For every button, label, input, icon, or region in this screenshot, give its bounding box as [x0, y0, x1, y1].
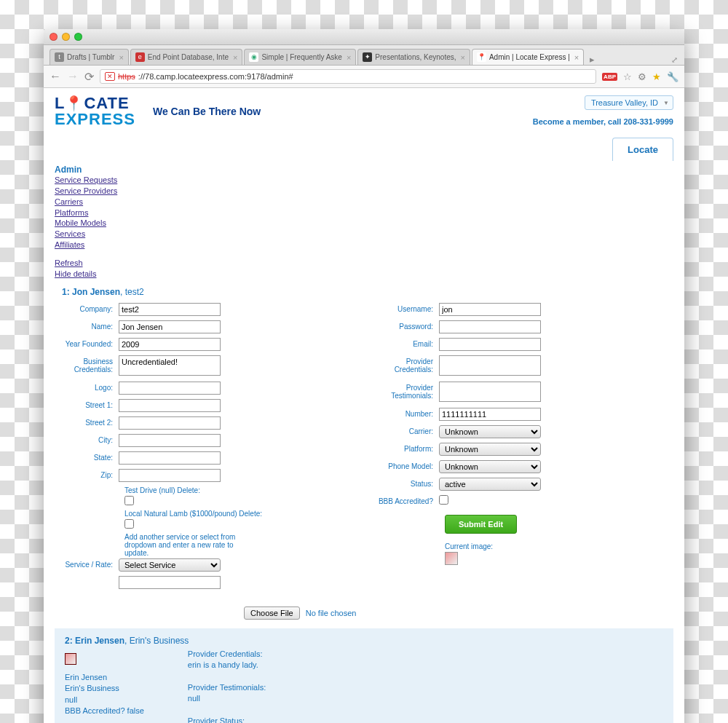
platform-select[interactable]: Unknown: [439, 443, 541, 456]
password-label: Password:: [372, 320, 439, 331]
close-icon[interactable]: ×: [233, 53, 237, 62]
bookmark-icon[interactable]: ☆: [623, 71, 632, 82]
record-2-block: 2: Erin Jensen, Erin's Business Erin Jen…: [55, 628, 673, 723]
street2-input[interactable]: [119, 416, 221, 430]
pin-icon: 📍: [65, 96, 84, 111]
record-1-title: 1: Jon Jensen, test2: [62, 287, 673, 297]
year-label: Year Founded:: [55, 338, 119, 348]
tab-locate[interactable]: Locate: [612, 138, 673, 161]
browser-tab[interactable]: ◉Simple | Frequently Aske×: [244, 49, 356, 65]
email-input[interactable]: [439, 338, 541, 351]
username-input[interactable]: [439, 303, 541, 316]
wrench-icon[interactable]: 🔧: [667, 71, 678, 82]
year-input[interactable]: [119, 338, 221, 351]
password-input[interactable]: [439, 320, 541, 333]
insecure-icon: ✕: [105, 72, 115, 81]
city-input[interactable]: [119, 434, 221, 447]
close-icon[interactable]: ×: [119, 53, 123, 62]
pcred-input[interactable]: [439, 355, 541, 376]
state-label: State:: [55, 451, 119, 462]
close-icon[interactable]: ×: [461, 53, 465, 62]
tagline: We Can Be There Now: [153, 106, 261, 117]
ptest-input[interactable]: [439, 382, 541, 402]
phone-select[interactable]: Unknown: [439, 460, 541, 473]
add-service-note: Add another service or select from dropd…: [124, 533, 248, 557]
presentation-icon: ✦: [363, 52, 372, 62]
logo-input[interactable]: [119, 382, 221, 395]
current-image-label: Current image:: [445, 542, 673, 550]
zip-input[interactable]: [119, 469, 221, 482]
reload-button[interactable]: ⟳: [84, 70, 94, 84]
nav-affiliates[interactable]: Affiliates: [55, 240, 673, 250]
close-icon[interactable]: ×: [347, 53, 351, 62]
url-text: ://78.camp.locateexpress.com:9178/admin#: [138, 72, 293, 81]
company-label: Company:: [55, 303, 119, 313]
nav-refresh[interactable]: Refresh: [55, 258, 673, 269]
browser-toolbar: ← → ⟳ ✕ https://78.camp.locateexpress.co…: [44, 66, 684, 88]
forward-button[interactable]: →: [67, 70, 79, 83]
nav-carriers[interactable]: Carriers: [55, 197, 673, 208]
name-label: Name:: [55, 320, 119, 331]
browser-tab-strip: tDrafts | Tumblr× eEnd Point Database, I…: [44, 45, 684, 66]
platform-label: Platform:: [372, 443, 439, 453]
simple-icon: ◉: [249, 52, 258, 62]
email-label: Email:: [372, 338, 439, 348]
broken-image-icon: [65, 653, 76, 665]
url-bar[interactable]: ✕ https://78.camp.locateexpress.com:9178…: [100, 69, 596, 84]
minimize-window-button[interactable]: [62, 33, 70, 41]
zoom-window-button[interactable]: [74, 33, 82, 41]
page-content: L📍CATE EXPRESS We Can Be There Now Treas…: [44, 88, 684, 723]
phone-label: Phone Model:: [372, 460, 439, 470]
close-window-button[interactable]: [50, 33, 58, 41]
browser-tab[interactable]: tDrafts | Tumblr×: [50, 49, 129, 65]
test-drive-checkbox[interactable]: [124, 496, 134, 505]
nav-platforms[interactable]: Platforms: [55, 208, 673, 218]
region-select[interactable]: Treasure Valley, ID: [585, 95, 673, 110]
street1-input[interactable]: [119, 399, 221, 412]
endpoint-icon: e: [135, 52, 145, 62]
state-input[interactable]: [119, 451, 221, 465]
tumblr-icon: t: [55, 52, 64, 62]
expand-icon[interactable]: ⤢: [668, 55, 681, 65]
ptest-label: Provider Testimonials:: [372, 382, 439, 400]
nav-mobile-models[interactable]: Mobile Models: [55, 218, 673, 229]
admin-nav: Admin Service Requests Service Providers…: [55, 165, 673, 280]
status-label: Status:: [372, 478, 439, 488]
adblock-icon[interactable]: ABP: [602, 73, 617, 81]
new-tab-button[interactable]: ▸: [590, 54, 595, 65]
nav-hide-details[interactable]: Hide details: [55, 269, 673, 280]
choose-file-button[interactable]: Choose File: [244, 607, 300, 620]
submit-edit-button[interactable]: Submit Edit: [445, 515, 517, 534]
extension-icon[interactable]: ⚙: [638, 71, 646, 82]
street1-label: Street 1:: [55, 399, 119, 409]
company-input[interactable]: [119, 303, 221, 316]
carrier-select[interactable]: Unknown: [439, 425, 541, 438]
service-select[interactable]: Select Service: [119, 558, 221, 572]
browser-window: tDrafts | Tumblr× eEnd Point Database, I…: [44, 29, 684, 723]
test-drive-note: Test Drive (null) Delete:: [124, 486, 356, 494]
admin-heading: Admin: [55, 165, 673, 175]
number-input[interactable]: [439, 408, 541, 421]
name-input[interactable]: [119, 320, 221, 333]
status-select[interactable]: active: [439, 478, 541, 491]
bbb-checkbox[interactable]: [439, 495, 448, 505]
browser-tab-active[interactable]: 📍Admin | Locate Express |×: [472, 49, 584, 65]
record-2-title: 2: Erin Jensen, Erin's Business: [65, 636, 663, 646]
street2-label: Street 2:: [55, 416, 119, 427]
cred-input[interactable]: Uncredentialed!: [119, 355, 221, 376]
form-right-column: Username: Password: Email: Provider Cred…: [372, 303, 673, 593]
nav-service-requests[interactable]: Service Requests: [55, 175, 673, 186]
site-logo[interactable]: L📍CATE EXPRESS: [55, 95, 135, 127]
browser-tab[interactable]: eEnd Point Database, Inte×: [130, 49, 243, 65]
rate-input[interactable]: [119, 576, 221, 589]
nav-services[interactable]: Services: [55, 229, 673, 240]
favorite-icon[interactable]: ★: [652, 71, 661, 82]
nav-service-providers[interactable]: Service Providers: [55, 186, 673, 197]
window-titlebar: [44, 29, 684, 45]
browser-tab[interactable]: ✦Presentations, Keynotes,×: [357, 49, 470, 65]
broken-image-icon: [445, 552, 458, 565]
back-button[interactable]: ←: [50, 70, 61, 83]
lamb-checkbox[interactable]: [124, 519, 134, 529]
logo-label: Logo:: [55, 382, 119, 392]
close-icon[interactable]: ×: [574, 53, 579, 62]
